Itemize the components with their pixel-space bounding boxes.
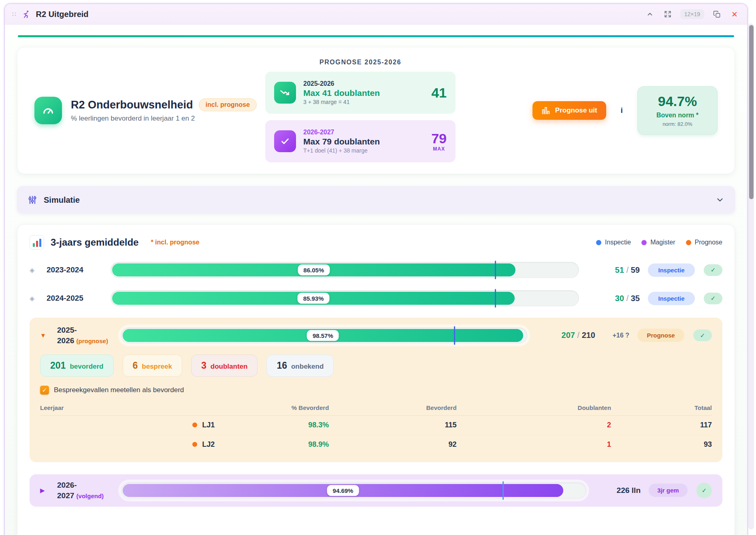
percent-pill: 94.69%: [327, 485, 359, 496]
trending-down-icon: [274, 82, 296, 104]
chart-legend: Inspectie Magister Prognose: [596, 239, 722, 246]
norm-score-card: 94.7% Boven norm * norm: 82.0%: [637, 86, 718, 134]
check-status-icon: ✓: [693, 329, 712, 341]
scrollbar-track[interactable]: [748, 23, 754, 529]
progress-fill: 86.05%: [112, 263, 515, 276]
checkbox-checked[interactable]: ✓: [40, 386, 49, 395]
year-label: 2026-2027 (volgend): [57, 480, 121, 501]
orange-dot-icon: [192, 422, 197, 427]
extra-unknown-count: +16 ?: [601, 332, 629, 339]
norm-score-label: Boven norm *: [642, 112, 713, 119]
col-totaal: Totaal: [611, 400, 712, 416]
incl-prognose-badge: incl. prognose: [199, 98, 257, 111]
prognose-card-value: 79MAX: [431, 132, 447, 151]
prognose-card-2025: 2025-2026 Max 41 doublanten 3 + 38 marge…: [265, 72, 456, 114]
legend-dot-inspectie: [596, 240, 601, 245]
next-year-panel-2026-2027: ▶ 2026-2027 (volgend) 94.69% 226 lln 3jr…: [30, 474, 722, 506]
year-suffix: (volgend): [77, 493, 104, 499]
simulatie-section[interactable]: Simulatie: [17, 186, 735, 214]
source-badge: Prognose: [637, 329, 684, 342]
accent-progress-bar: [18, 35, 734, 37]
table-row-lj1: LJ1 98.3% 115 2 117: [40, 416, 712, 435]
prognose-card-note: T+1 doel (41) + 38 marge: [303, 147, 424, 154]
check-status-icon: ✓: [696, 483, 712, 498]
sliders-icon: [28, 195, 37, 205]
norm-score-norm: norm: 82.0%: [642, 121, 713, 127]
chevron-down-icon[interactable]: [716, 195, 724, 204]
legend-dot-magister: [641, 240, 647, 245]
prognose-card-title: Max 41 doublanten: [303, 88, 424, 98]
checkbox-label: Bespreekgevallen meetellen als bevorderd: [54, 386, 184, 394]
student-count: 226 lln: [603, 486, 641, 495]
col-bevorderd: Bevorderd: [329, 400, 456, 416]
progress-fill: 98.57%: [123, 329, 523, 342]
bespreek-checkbox-row[interactable]: ✓ Bespreekgevallen meetellen als bevorde…: [40, 386, 712, 395]
count-badges: 201bevorderd 6bespreek 3doublanten 16onb…: [40, 355, 712, 377]
norm-marker: [454, 326, 455, 345]
collapse-triangle-icon[interactable]: ▼: [40, 332, 57, 339]
prognose-card-year: 2026-2027: [303, 129, 424, 136]
prognose-section: PROGNOSE 2025-2026 2025-2026 Max 41 doub…: [265, 59, 456, 162]
widget-window: ∷ R2 Uitgebreid 12×19: [4, 3, 748, 535]
legend-item-magister: Magister: [641, 239, 675, 246]
source-badge: Inspectie: [648, 292, 695, 305]
gauge-icon: [34, 97, 62, 124]
kpi-title: R2 Onderbouwsnelheid: [71, 99, 193, 111]
scrollbar-thumb[interactable]: [749, 25, 754, 199]
year-row-2023-2024[interactable]: ◈ 2023-2024 86.05% 51 / 59 Inspectie ✓: [30, 262, 722, 278]
prognose-card-2026: 2026-2027 Max 79 doublanten T+1 doel (41…: [265, 120, 456, 162]
bar-chart-icon: [541, 106, 550, 115]
runner-icon: [21, 9, 31, 19]
chart-card: 3-jaars gemiddelde * incl. prognose Insp…: [17, 224, 735, 535]
badge-bespreek: 6bespreek: [123, 355, 182, 377]
progress-track: 85.93%: [111, 290, 579, 306]
collapse-chevron-icon[interactable]: [645, 9, 655, 19]
table-header-row: Leerjaar % Bevorderd Bevorderd Doublante…: [40, 400, 712, 416]
year-row-2024-2025[interactable]: ◈ 2024-2025 85.93% 30 / 35 Inspectie ✓: [30, 290, 722, 306]
prognose-card-note: 3 + 38 marge = 41: [303, 99, 424, 105]
duplicate-icon[interactable]: [711, 9, 722, 19]
diamond-icon: ◈: [30, 295, 47, 302]
year-label: 2025-2026 (prognose): [57, 325, 121, 346]
progress-track: 98.57%: [121, 327, 527, 344]
close-icon[interactable]: ✕: [729, 9, 740, 19]
expand-icon[interactable]: [662, 9, 673, 19]
prognose-card-value: 41: [431, 86, 447, 100]
prognose-panel-2025-2026: ▼ 2025-2026 (prognose) 98.57% 207 / 210 …: [30, 318, 722, 462]
progress-track: 94.69%: [121, 482, 586, 499]
titlebar: ∷ R2 Uitgebreid 12×19: [5, 4, 747, 25]
year-row-2025-2026[interactable]: ▼ 2025-2026 (prognose) 98.57% 207 / 210 …: [40, 325, 712, 346]
header-right: Prognose uit i 94.7% Boven norm * norm: …: [460, 86, 718, 134]
drag-handle-icon[interactable]: ∷: [12, 11, 17, 18]
chart-header: 3-jaars gemiddelde * incl. prognose Insp…: [30, 235, 722, 250]
badge-doublanten: 3doublanten: [191, 355, 258, 377]
year-label: 2024-2025: [47, 293, 111, 304]
check-icon: [274, 130, 296, 152]
prognose-uit-button[interactable]: Prognose uit: [532, 101, 606, 120]
norm-marker: [503, 481, 504, 500]
leerjaar-table: Leerjaar % Bevorderd Bevorderd Doublante…: [40, 400, 712, 454]
badge-bevorderd: 201bevorderd: [40, 355, 114, 377]
chart-title: 3-jaars gemiddelde: [51, 237, 138, 248]
prognose-card-year: 2025-2026: [303, 80, 424, 87]
size-badge: 12×19: [680, 9, 704, 19]
legend-dot-prognose: [686, 240, 691, 245]
orange-dot-icon: [192, 442, 197, 447]
kpi-header-card: R2 Onderbouwsnelheid incl. prognose % le…: [17, 47, 735, 174]
info-icon[interactable]: i: [618, 104, 625, 117]
bar-chart-emoji-icon: [30, 235, 44, 250]
legend-item-prognose: Prognose: [686, 239, 723, 246]
percent-pill: 98.57%: [307, 330, 339, 341]
fraction: 30 / 35: [595, 294, 640, 303]
prognose-heading: PROGNOSE 2025-2026: [265, 59, 456, 66]
expand-triangle-icon[interactable]: ▶: [40, 487, 57, 494]
check-status-icon: ✓: [704, 264, 722, 276]
year-row-2026-2027[interactable]: ▶ 2026-2027 (volgend) 94.69% 226 lln 3jr…: [40, 480, 712, 501]
source-badge: 3jr gem: [649, 484, 688, 497]
table-row-lj2: LJ2 98.9% 92 1 93: [40, 435, 712, 454]
prognose-card-title: Max 79 doublanten: [303, 137, 424, 146]
kpi-left: R2 Onderbouwsnelheid incl. prognose % le…: [34, 97, 261, 124]
content-area: R2 Onderbouwsnelheid incl. prognose % le…: [5, 35, 747, 535]
col-doublanten: Doublanten: [457, 400, 611, 416]
window-title: R2 Uitgebreid: [36, 10, 89, 19]
